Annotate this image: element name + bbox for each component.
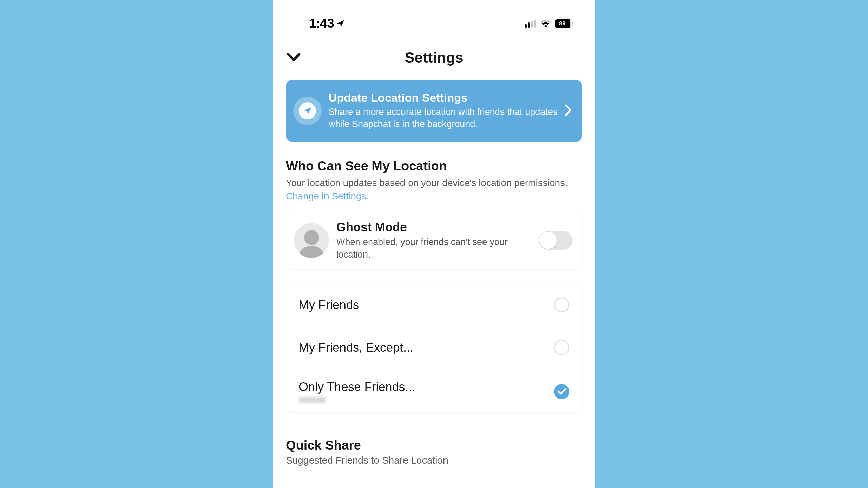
battery-percent: 89 bbox=[559, 20, 566, 27]
banner-icon-circle bbox=[293, 97, 322, 125]
status-bar: 1:43 89 bbox=[273, 0, 595, 39]
quick-share-header: Quick Share Suggested Friends to Share L… bbox=[273, 438, 595, 466]
option-label: My Friends bbox=[299, 298, 359, 312]
option-label: My Friends, Except... bbox=[299, 341, 413, 355]
status-left: 1:43 bbox=[309, 16, 345, 31]
ghost-mode-text: Ghost Mode When enabled, your friends ca… bbox=[336, 220, 531, 261]
wifi-icon bbox=[540, 20, 551, 28]
ghost-mode-description: When enabled, your friends can't see you… bbox=[336, 236, 531, 261]
option-label: Only These Friends... bbox=[299, 380, 415, 394]
status-right: 89 bbox=[525, 19, 573, 28]
svg-rect-2 bbox=[531, 21, 533, 28]
svg-rect-3 bbox=[534, 20, 536, 28]
navigation-arrow-icon bbox=[303, 106, 312, 116]
ghost-mode-toggle[interactable] bbox=[539, 231, 573, 250]
checkmark-icon bbox=[557, 388, 566, 395]
who-can-see-description: Your location updates based on your devi… bbox=[286, 176, 582, 203]
update-location-banner[interactable]: Update Location Settings Share a more ac… bbox=[286, 80, 582, 142]
ghost-mode-row: Ghost Mode When enabled, your friends ca… bbox=[286, 211, 582, 269]
visibility-options-card: My Friends My Friends, Except... Only Th… bbox=[286, 284, 582, 412]
option-sublabel-blur bbox=[299, 397, 326, 403]
person-silhouette-icon bbox=[296, 227, 327, 258]
radio-unchecked bbox=[554, 297, 569, 312]
banner-description: Share a more accurate location with frie… bbox=[329, 106, 558, 130]
option-text: My Friends bbox=[299, 298, 359, 312]
banner-body: Update Location Settings Share a more ac… bbox=[329, 91, 558, 130]
location-arrow-icon bbox=[336, 19, 345, 28]
svg-rect-1 bbox=[528, 22, 530, 28]
page-title: Settings bbox=[285, 49, 583, 66]
toggle-knob bbox=[539, 232, 557, 249]
chevron-right-icon bbox=[565, 104, 572, 116]
ghost-mode-card: Ghost Mode When enabled, your friends ca… bbox=[286, 211, 582, 269]
status-time: 1:43 bbox=[309, 16, 334, 31]
battery-indicator: 89 bbox=[555, 19, 573, 28]
radio-checked bbox=[554, 384, 569, 399]
svg-rect-0 bbox=[525, 24, 527, 28]
option-text: Only These Friends... bbox=[299, 380, 415, 403]
option-my-friends[interactable]: My Friends bbox=[286, 284, 582, 326]
banner-icon-inner bbox=[299, 102, 316, 119]
change-in-settings-link[interactable]: Change in Settings. bbox=[286, 191, 369, 201]
back-button[interactable] bbox=[285, 48, 302, 67]
quick-share-description: Suggested Friends to Share Location bbox=[286, 455, 582, 466]
banner-chevron bbox=[565, 104, 572, 118]
ghost-mode-title: Ghost Mode bbox=[336, 220, 531, 235]
radio-unchecked bbox=[554, 340, 569, 355]
who-can-see-title: Who Can See My Location bbox=[286, 159, 582, 174]
page-header: Settings bbox=[273, 39, 595, 80]
battery-fill: 89 bbox=[555, 19, 570, 28]
avatar-placeholder bbox=[294, 223, 329, 258]
who-can-see-header: Who Can See My Location Your location up… bbox=[273, 159, 595, 203]
battery-tip bbox=[572, 22, 573, 25]
option-my-friends-except[interactable]: My Friends, Except... bbox=[286, 326, 582, 369]
phone-screen: 1:43 89 bbox=[273, 0, 595, 488]
quick-share-title: Quick Share bbox=[286, 438, 582, 453]
option-only-these-friends[interactable]: Only These Friends... bbox=[286, 369, 582, 412]
who-can-see-desc-text: Your location updates based on your devi… bbox=[286, 178, 568, 188]
svg-point-5 bbox=[304, 230, 319, 245]
svg-point-4 bbox=[545, 25, 547, 27]
battery-body: 89 bbox=[555, 19, 571, 28]
banner-title: Update Location Settings bbox=[329, 91, 558, 104]
option-text: My Friends, Except... bbox=[299, 341, 413, 355]
chevron-down-icon bbox=[285, 48, 302, 65]
cellular-signal-icon bbox=[525, 20, 536, 28]
